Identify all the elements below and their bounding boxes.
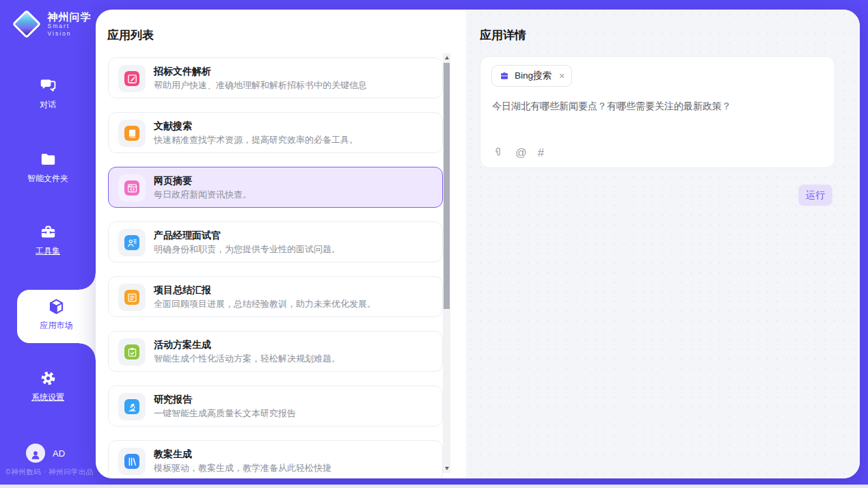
sidebar-item-label: 系统设置 [31,392,64,403]
briefcase-icon [499,70,510,81]
brand-logo: 神州问学 Smart Vision [12,10,96,38]
chat-icon [39,77,57,95]
scrollbar-thumb[interactable] [444,63,450,309]
app-icon-container [118,338,146,366]
paperclip-icon[interactable] [492,146,504,159]
app-card-description: 快速精准查找学术资源，提高研究效率的必备工具。 [154,134,358,146]
app-card-1[interactable]: 招标文件解析帮助用户快速、准确地理解和解析招标书中的关键信息 [108,57,443,98]
brand-logo-icon [12,10,41,38]
app-card-title: 活动方案生成 [154,339,211,351]
app-card-title: 项目总结汇报 [154,284,211,297]
app-card-list: 招标文件解析帮助用户快速、准确地理解和解析招标书中的关键信息文献搜索快速精准查找… [108,57,443,478]
sidebar-item-label: 对话 [40,99,56,111]
scrollbar-down-arrow[interactable] [443,464,450,473]
sidebar-item-label: 智能文件夹 [27,173,68,185]
app-card-description: 每日政府新闻资讯快查。 [154,189,252,201]
brand-name: 神州问学 [48,11,96,23]
app-card-title: 教案生成 [154,448,192,461]
app-card-description: 一键智能生成高质量长文本研究报告 [154,407,296,420]
sidebar-item-app-market[interactable]: 应用市场 [17,290,96,343]
bottom-strip [0,485,868,488]
sidebar-item-toolset[interactable]: 工具集 [0,223,96,257]
app-card-title: 研究报告 [154,394,192,406]
composer-toolbar: @# [492,146,544,159]
cube-icon [47,297,66,316]
app-icon-container [118,448,146,475]
close-icon[interactable]: × [559,71,565,81]
toolbox-icon [39,223,57,241]
composer-card: Bing搜索 × 今日湖北有哪些新闻要点？有哪些需要关注的最新政策？ @# [480,56,835,168]
app-card-8[interactable]: 教案生成模板驱动，教案生成，教学准备从此轻松快捷 [108,440,443,478]
sidebar-item-chat[interactable]: 对话 [0,77,96,111]
person-icon [29,448,42,461]
avatar [26,444,45,463]
app-detail-title: 应用详情 [480,27,526,43]
microscope-icon [124,399,139,414]
mention-icon[interactable]: @ [515,146,527,159]
book-icon [124,126,139,141]
app-icon-container [118,65,146,92]
scrollbar[interactable] [443,53,450,473]
books-icon [124,454,139,469]
main-panel: 应用列表 招标文件解析帮助用户快速、准确地理解和解析招标书中的关键信息文献搜索快… [96,10,860,478]
run-button[interactable]: 运行 [798,185,832,206]
tool-tag-bing-search[interactable]: Bing搜索 × [491,65,572,87]
memo-icon [124,290,139,305]
app-card-6[interactable]: 活动方案生成智能生成个性化活动方案，轻松解决规划难题。 [108,331,443,372]
app-icon-container [118,229,146,256]
tool-tag-label: Bing搜索 [515,70,552,82]
app-card-7[interactable]: 研究报告一键智能生成高质量长文本研究报告 [108,385,443,426]
app-card-description: 全面回顾项目进展，总结经验教训，助力未来优化发展。 [154,298,376,310]
app-detail-panel: 应用详情 Bing搜索 × 今日湖北有哪些新闻要点？有哪些需要关注的最新政策？ … [466,10,860,478]
app-card-5[interactable]: 项目总结汇报全面回顾项目进展，总结经验教训，助力未来优化发展。 [108,276,443,317]
app-list-title: 应用列表 [107,27,154,43]
hash-icon[interactable]: # [538,146,544,159]
app-icon-container [118,393,146,420]
app-card-3[interactable]: 网页摘要每日政府新闻资讯快查。 [108,167,443,208]
sidebar-item-smart-folder[interactable]: 智能文件夹 [0,150,96,185]
folder-icon [39,150,57,169]
app-card-title: 文献搜索 [154,120,192,133]
brand-text: 神州问学 Smart Vision [48,11,96,38]
clipboard-check-icon [124,344,139,360]
app-card-description: 模板驱动，教案生成，教学准备从此轻松快捷 [154,462,331,474]
scrollbar-up-arrow[interactable] [443,53,450,62]
app-icon-container [118,284,146,311]
user-chip[interactable]: AD [26,444,65,463]
sidebar-item-label: 工具集 [36,245,60,257]
sidebar: 神州问学 Smart Vision 对话智能文件夹工具集应用市场系统设置 AD … [0,0,96,488]
app-card-description: 明确身份和职责，为您提供专业性的面试问题。 [154,243,340,256]
user-name: AD [53,448,65,459]
app-icon-container [118,174,146,202]
copyright-footer: ©神州数码 · 神州问学出品 [5,467,94,477]
app-card-4[interactable]: 产品经理面试官明确身份和职责，为您提供专业性的面试问题。 [108,221,443,262]
app-card-title: 产品经理面试官 [154,230,221,242]
gear-icon [39,369,57,388]
brand-subtitle: Smart Vision [48,23,96,38]
app-icon-container [118,120,146,147]
sidebar-item-system-settings[interactable]: 系统设置 [0,369,96,403]
app-list-panel: 应用列表 招标文件解析帮助用户快速、准确地理解和解析招标书中的关键信息文献搜索快… [96,10,466,478]
browser-code-icon [124,180,139,195]
app-card-description: 智能生成个性化活动方案，轻松解决规划难题。 [154,353,340,365]
app-card-title: 网页摘要 [154,175,192,187]
query-text[interactable]: 今日湖北有哪些新闻要点？有哪些需要关注的最新政策？ [492,99,824,113]
sidebar-item-label: 应用市场 [40,320,73,331]
app-card-2[interactable]: 文献搜索快速精准查找学术资源，提高研究效率的必备工具。 [108,112,443,153]
interviewer-icon [124,235,139,250]
app-card-title: 招标文件解析 [154,66,211,78]
edit-square-icon [124,71,139,86]
app-card-description: 帮助用户快速、准确地理解和解析招标书中的关键信息 [154,79,367,92]
